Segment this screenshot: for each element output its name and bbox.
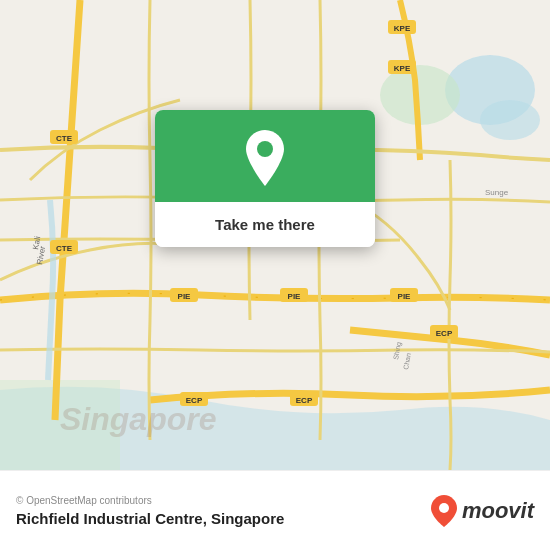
svg-text:PIE: PIE [288, 292, 302, 301]
svg-text:PIE: PIE [398, 292, 412, 301]
svg-text:KPE: KPE [394, 24, 411, 33]
moovit-logo: moovit [430, 495, 534, 527]
moovit-brand-text: moovit [462, 498, 534, 524]
svg-text:CTE: CTE [56, 244, 73, 253]
svg-point-32 [439, 503, 449, 513]
take-me-there-button[interactable]: Take me there [155, 202, 375, 247]
svg-text:CTE: CTE [56, 134, 73, 143]
moovit-pin-icon [430, 495, 458, 527]
svg-text:ECP: ECP [436, 329, 453, 338]
bottom-left-info: © OpenStreetMap contributors Richfield I… [16, 495, 284, 527]
bottom-bar: © OpenStreetMap contributors Richfield I… [0, 470, 550, 550]
svg-point-31 [257, 141, 273, 157]
svg-text:Sunge: Sunge [485, 188, 509, 197]
location-pin-icon [241, 130, 289, 186]
popup-card: Take me there [155, 110, 375, 247]
place-name: Richfield Industrial Centre, Singapore [16, 510, 284, 527]
svg-text:KPE: KPE [394, 64, 411, 73]
svg-text:ECP: ECP [296, 396, 313, 405]
svg-text:Singapore: Singapore [60, 401, 216, 437]
svg-text:PIE: PIE [178, 292, 192, 301]
svg-point-2 [480, 100, 540, 140]
popup-green-section [155, 110, 375, 202]
copyright-text: © OpenStreetMap contributors [16, 495, 284, 506]
map-container: PIE PIE PIE ECP ECP ECP CTE CTE KPE KPE … [0, 0, 550, 470]
